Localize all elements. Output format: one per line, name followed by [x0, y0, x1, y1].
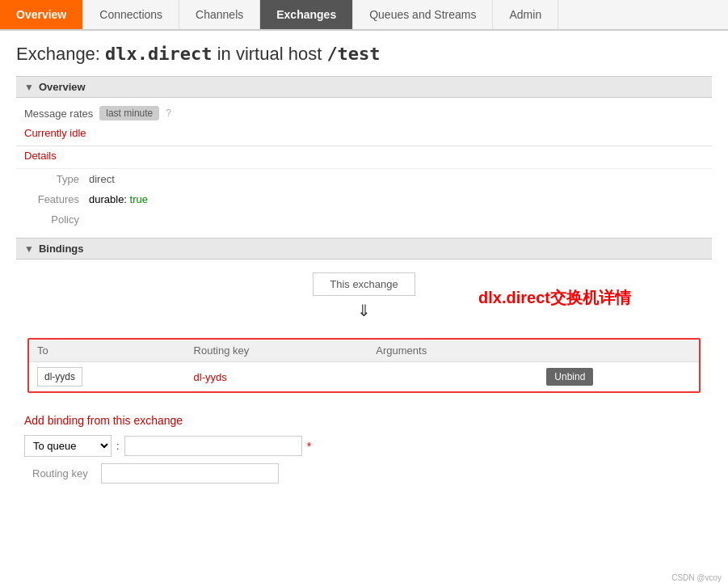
type-value: direct — [89, 173, 115, 185]
message-rates-row: Message rates last minute ? — [16, 98, 712, 124]
bindings-section-header: ▼ Bindings — [16, 238, 712, 260]
colon-separator: : — [116, 440, 120, 452]
binding-routing-cell: dl-yyds — [186, 362, 368, 392]
bindings-collapse-arrow[interactable]: ▼ — [24, 243, 34, 255]
bindings-table: To Routing key Arguments dl-yyds — [29, 340, 699, 391]
routing-key-label: Routing key — [24, 467, 96, 479]
nav-item-exchanges[interactable]: Exchanges — [260, 0, 353, 29]
routing-key-row: Routing key — [24, 463, 704, 484]
last-minute-badge[interactable]: last minute — [99, 106, 159, 120]
nav-item-connections[interactable]: Connections — [83, 0, 179, 29]
durable-keyword: durable: — [89, 193, 127, 205]
nav-item-channels[interactable]: Channels — [179, 0, 260, 29]
add-binding-row: To queue To exchange : * — [24, 435, 704, 457]
binding-action-cell: Unbind — [538, 362, 699, 392]
overview-section-label: Overview — [39, 81, 86, 93]
nav-item-queues[interactable]: Queues and Streams — [353, 0, 493, 29]
details-label: Details — [16, 146, 712, 169]
policy-key: Policy — [24, 213, 89, 226]
routing-key-input[interactable] — [101, 463, 279, 484]
add-binding-section: Add binding from this exchange To queue … — [16, 406, 712, 484]
detail-row-type: Type direct — [16, 169, 712, 189]
page-title: Exchange: dlx.direct in virtual host /te… — [16, 44, 712, 65]
this-exchange-box: This exchange — [313, 272, 415, 296]
col-routing-key: Routing key — [186, 340, 368, 362]
down-arrow-icon: ⇓ — [357, 301, 371, 320]
message-rates-label: Message rates — [24, 108, 93, 120]
col-action — [538, 340, 699, 362]
table-header-row: To Routing key Arguments — [29, 340, 699, 362]
detail-row-features: Features durable: true — [16, 189, 712, 209]
unbind-button[interactable]: Unbind — [546, 368, 593, 386]
title-middle: in virtual host — [213, 44, 327, 64]
routing-key-link[interactable]: dl-yyds — [194, 371, 227, 383]
help-icon[interactable]: ? — [166, 108, 171, 119]
bindings-table-wrapper: To Routing key Arguments dl-yyds — [27, 338, 701, 393]
status-idle: Currently idle — [16, 124, 712, 146]
page-content: Exchange: dlx.direct in virtual host /te… — [0, 31, 728, 503]
title-prefix: Exchange: — [16, 44, 105, 64]
overview-content: Message rates last minute ? Currently id… — [16, 98, 712, 230]
bindings-content: This exchange ⇓ To Routing key Arguments — [16, 260, 712, 484]
add-binding-title: Add binding from this exchange — [24, 414, 704, 427]
nav-item-admin[interactable]: Admin — [493, 0, 558, 29]
features-value: durable: true — [89, 193, 148, 205]
required-star: * — [307, 440, 311, 453]
nav-item-overview[interactable]: Overview — [0, 0, 83, 29]
exchange-name: dlx.direct — [105, 44, 212, 64]
overview-section-header: ▼ Overview — [16, 76, 712, 98]
binding-arguments-cell — [368, 362, 538, 392]
col-arguments: Arguments — [368, 340, 538, 362]
top-navigation: Overview Connections Channels Exchanges … — [0, 0, 728, 31]
to-type-select[interactable]: To queue To exchange — [24, 435, 112, 457]
type-key: Type — [24, 173, 89, 185]
watermark: CSDN @vcoy — [671, 573, 722, 582]
durable-value: true — [130, 193, 148, 205]
detail-row-policy: Policy — [16, 209, 712, 230]
bindings-section-label: Bindings — [39, 243, 84, 255]
binding-to-cell: dl-yyds — [29, 362, 186, 392]
col-to: To — [29, 340, 186, 362]
destination-input[interactable] — [124, 436, 302, 456]
vhost-name: /test — [326, 44, 380, 64]
queue-link[interactable]: dl-yyds — [37, 367, 82, 386]
binding-flow: This exchange ⇓ — [16, 260, 712, 332]
overview-collapse-arrow[interactable]: ▼ — [24, 82, 34, 93]
features-key: Features — [24, 193, 89, 205]
binding-row-1: dl-yyds dl-yyds Unbind — [29, 362, 699, 392]
